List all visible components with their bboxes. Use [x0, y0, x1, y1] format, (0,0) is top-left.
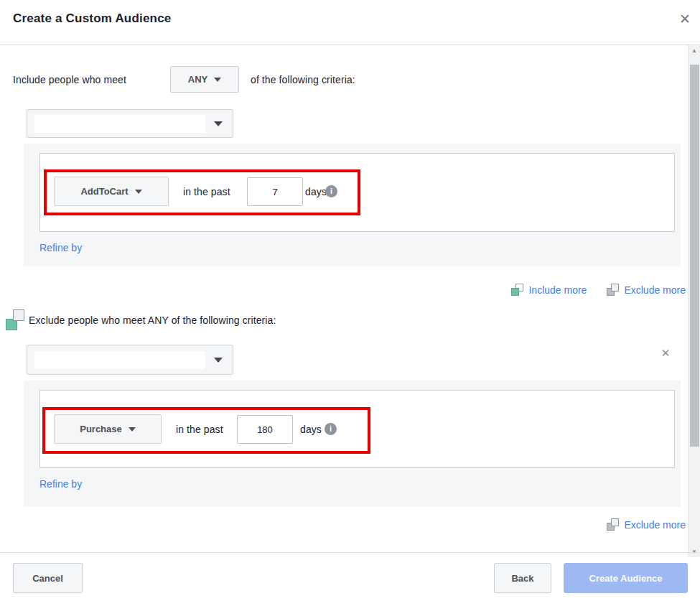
- chevron-down-icon: [214, 78, 221, 82]
- info-icon[interactable]: i: [325, 423, 337, 435]
- include-days-unit: days: [305, 177, 327, 206]
- exclude-more-actions-row: Exclude more: [607, 518, 686, 531]
- exclude-days-unit: days: [300, 414, 322, 444]
- include-source-value: [34, 115, 205, 133]
- scroll-up-icon[interactable]: ▲: [689, 47, 700, 54]
- match-type-dropdown[interactable]: ANY: [170, 66, 239, 93]
- include-criteria-suffix: of the following criteria:: [251, 66, 355, 93]
- exclude-days-input[interactable]: [237, 415, 293, 444]
- match-type-value: ANY: [188, 74, 207, 85]
- audience-more-actions-row: Include more Exclude more: [511, 284, 686, 296]
- info-icon[interactable]: i: [325, 185, 337, 197]
- exclude-section-header: Exclude people who meet ANY of the follo…: [29, 310, 276, 330]
- exclude-more-label-2: Exclude more: [624, 519, 686, 531]
- create-audience-label: Create Audience: [589, 573, 662, 584]
- header-divider: [0, 45, 700, 45]
- create-custom-audience-modal: Create a Custom Audience ✕ Include peopl…: [0, 0, 700, 606]
- exclude-squares-icon: [607, 518, 619, 531]
- cancel-label: Cancel: [32, 573, 63, 584]
- exclude-source-value: [34, 351, 205, 369]
- exclude-squares-icon: [607, 284, 619, 296]
- create-audience-button[interactable]: Create Audience: [564, 563, 688, 593]
- scrollbar: ▲ ▼: [688, 45, 700, 557]
- include-event-value: AddToCart: [80, 186, 128, 197]
- chevron-down-icon: [135, 190, 142, 194]
- exclude-source-dropdown[interactable]: [27, 345, 233, 375]
- exclude-event-dropdown[interactable]: Purchase: [54, 414, 162, 444]
- exclude-event-value: Purchase: [80, 424, 122, 434]
- include-days-input[interactable]: [247, 177, 303, 206]
- chevron-down-icon: [214, 121, 223, 126]
- back-label: Back: [511, 573, 533, 584]
- exclude-more-link[interactable]: Exclude more: [607, 284, 686, 296]
- exclude-more-link-2[interactable]: Exclude more: [607, 518, 686, 531]
- include-rule-connector: in the past: [183, 177, 230, 206]
- exclude-refine-by-link[interactable]: Refine by: [39, 478, 82, 490]
- close-icon[interactable]: ✕: [676, 10, 694, 29]
- page-title: Create a Custom Audience: [13, 11, 172, 26]
- include-more-label: Include more: [528, 284, 587, 296]
- exclude-more-label: Exclude more: [624, 284, 686, 296]
- include-source-dropdown[interactable]: [27, 109, 233, 138]
- remove-exclusion-icon[interactable]: ✕: [658, 345, 673, 361]
- include-more-link[interactable]: Include more: [511, 284, 587, 296]
- footer-divider: [0, 552, 700, 553]
- chevron-down-icon: [214, 358, 223, 363]
- include-event-dropdown[interactable]: AddToCart: [54, 177, 169, 206]
- back-button[interactable]: Back: [494, 563, 551, 593]
- exclude-rule-connector: in the past: [176, 414, 223, 444]
- include-refine-by-link[interactable]: Refine by: [39, 242, 82, 253]
- include-squares-icon: [511, 284, 523, 296]
- cancel-button[interactable]: Cancel: [13, 563, 83, 593]
- chevron-down-icon: [129, 427, 136, 432]
- exclude-section-icon: [6, 309, 24, 330]
- scrollbar-thumb[interactable]: [690, 65, 699, 447]
- include-criteria-prefix: Include people who meet: [13, 66, 126, 93]
